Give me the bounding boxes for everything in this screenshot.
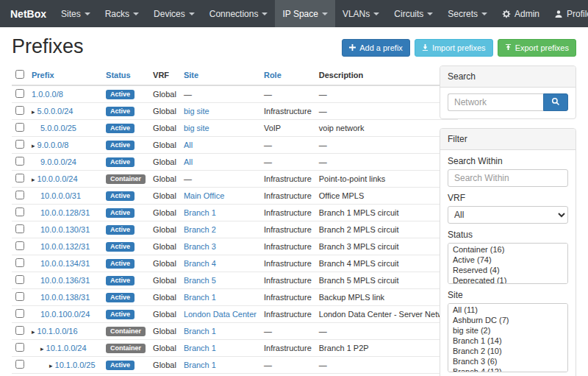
site-link[interactable]: Branch 2: [184, 225, 216, 234]
vrf-cell: Global: [149, 120, 180, 137]
prefix-link[interactable]: 9.0.0.0/8: [37, 141, 69, 149]
prefix-link[interactable]: 10.1.0.0/25: [55, 361, 96, 369]
site-link[interactable]: Branch 4: [184, 259, 216, 268]
filter-option[interactable]: Active (74): [448, 255, 567, 265]
site-link[interactable]: Branch 3: [184, 242, 216, 251]
select-all-checkbox[interactable]: [15, 70, 24, 79]
nav-label: Profile: [567, 9, 588, 19]
row-checkbox[interactable]: [15, 292, 24, 301]
search-button[interactable]: [543, 93, 568, 111]
prefix-link[interactable]: 1.0.0.0/8: [32, 90, 63, 99]
prefix-link[interactable]: 10.0.0.128/31: [40, 208, 90, 217]
prefix-link[interactable]: 10.0.0.138/31: [40, 293, 90, 302]
filter-option[interactable]: Branch 2 (10): [448, 346, 567, 356]
site-link[interactable]: Branch 5: [184, 276, 216, 285]
site-link[interactable]: London Data Center: [184, 310, 257, 319]
row-checkbox-cell: [12, 374, 28, 376]
status-badge: Active: [106, 124, 135, 133]
status-badge: Active: [106, 242, 135, 252]
brand-link[interactable]: NetBox: [7, 0, 54, 27]
filter-option[interactable]: big site (2): [448, 325, 567, 336]
prefix-link[interactable]: 5.0.0.0/24: [37, 107, 74, 116]
nav-item-vlans[interactable]: VLANs: [335, 0, 387, 27]
nav-item-connections[interactable]: Connections: [202, 0, 276, 27]
empty-value: —: [264, 141, 272, 149]
site-link[interactable]: Branch 1: [184, 327, 216, 336]
vrf-cell: Global: [149, 340, 180, 357]
table-row: ▸5.0.0.0/24ActiveGlobalbig siteInfrastru…: [12, 103, 458, 120]
filter-option[interactable]: Container (16): [448, 244, 567, 255]
row-checkbox[interactable]: [15, 207, 24, 216]
prefix-link[interactable]: 10.0.0.136/31: [40, 276, 90, 285]
role-cell: Infrastructure: [260, 238, 315, 255]
prefix-link[interactable]: 10.1.0.0/16: [37, 327, 78, 336]
import-prefixes-button[interactable]: Import prefixes: [415, 39, 493, 57]
prefix-link[interactable]: 10.1.0.0/24: [46, 344, 87, 352]
vrf-cell: Global: [149, 255, 180, 272]
row-checkbox[interactable]: [15, 275, 24, 284]
prefix-table-body: 1.0.0.0/8ActiveGlobal———▸5.0.0.0/24Activ…: [12, 85, 458, 376]
prefix-link[interactable]: 10.0.0.130/31: [40, 225, 90, 234]
search-input[interactable]: [448, 93, 543, 111]
row-checkbox[interactable]: [15, 309, 24, 318]
export-prefixes-button[interactable]: Export prefixes: [498, 39, 576, 57]
filter-option[interactable]: Branch 4 (12): [448, 366, 567, 372]
prefix-link[interactable]: 9.0.0.0/24: [40, 157, 76, 166]
prefix-link[interactable]: 10.0.0.0/24: [37, 174, 78, 183]
prefix-link[interactable]: 10.0.0.132/31: [40, 242, 90, 251]
chevron-down-icon: [322, 13, 328, 15]
nav-item-secrets[interactable]: Secrets: [440, 0, 495, 27]
site-link[interactable]: Branch 1: [184, 361, 216, 369]
filter-option[interactable]: Deprecated (1): [448, 275, 567, 284]
prefix-cell: ▸9.0.0.0/8: [28, 137, 102, 154]
status-filter-listbox[interactable]: Container (16)Active (74)Reserved (4)Dep…: [448, 243, 568, 284]
prefix-link[interactable]: 10.0.0.134/31: [40, 259, 90, 268]
row-checkbox[interactable]: [15, 174, 24, 182]
site-link[interactable]: All: [184, 157, 193, 166]
column-header-role[interactable]: Role: [260, 65, 315, 85]
row-checkbox[interactable]: [15, 140, 24, 149]
search-within-input[interactable]: [448, 169, 568, 187]
row-checkbox[interactable]: [15, 258, 24, 267]
site-link[interactable]: big site: [184, 107, 209, 116]
column-header-prefix[interactable]: Prefix: [28, 65, 102, 85]
site-filter-listbox[interactable]: All (11)Ashburn DC (7)big site (2)Branch…: [448, 303, 568, 372]
site-link[interactable]: All: [184, 141, 193, 149]
row-checkbox[interactable]: [15, 191, 24, 199]
status-cell: Active: [102, 137, 149, 154]
filter-option[interactable]: All (11): [448, 305, 567, 315]
site-link[interactable]: Branch 1: [184, 344, 216, 352]
nav-item-sites[interactable]: Sites: [54, 0, 98, 27]
prefix-link[interactable]: 10.0.100.0/24: [40, 310, 90, 319]
column-header-site[interactable]: Site: [180, 65, 260, 85]
row-checkbox[interactable]: [15, 224, 24, 233]
row-checkbox[interactable]: [15, 123, 24, 132]
nav-item-profile[interactable]: Profile: [547, 0, 588, 27]
site-link[interactable]: Main Office: [184, 191, 224, 200]
row-checkbox[interactable]: [15, 89, 24, 98]
row-checkbox[interactable]: [15, 343, 24, 352]
site-link[interactable]: big site: [184, 124, 209, 132]
nav-item-devices[interactable]: Devices: [146, 0, 202, 27]
add-prefix-button[interactable]: Add a prefix: [342, 39, 410, 57]
prefix-link[interactable]: 10.0.0.0/31: [40, 191, 81, 200]
nav-item-admin[interactable]: Admin: [495, 0, 547, 27]
filter-option[interactable]: Ashburn DC (7): [448, 315, 567, 325]
site-link[interactable]: Branch 1: [184, 293, 216, 302]
filter-option[interactable]: Reserved (4): [448, 265, 567, 275]
row-checkbox[interactable]: [15, 360, 24, 369]
nav-item-circuits[interactable]: Circuits: [387, 0, 440, 27]
filter-option[interactable]: Branch 1 (14): [448, 336, 567, 346]
row-checkbox[interactable]: [15, 326, 24, 335]
table-row: 10.0.0.128/31ActiveGlobalBranch 1Infrast…: [12, 205, 458, 221]
row-checkbox[interactable]: [15, 157, 24, 166]
vrf-select[interactable]: All: [448, 206, 568, 224]
site-link[interactable]: Branch 1: [184, 208, 216, 217]
column-header-status[interactable]: Status: [102, 65, 149, 85]
row-checkbox[interactable]: [15, 106, 24, 115]
nav-item-racks[interactable]: Racks: [98, 0, 146, 27]
filter-option[interactable]: Branch 3 (6): [448, 356, 567, 366]
nav-item-ip-space[interactable]: IP Space: [275, 0, 334, 27]
prefix-link[interactable]: 5.0.0.0/25: [40, 124, 76, 132]
row-checkbox[interactable]: [15, 241, 24, 250]
